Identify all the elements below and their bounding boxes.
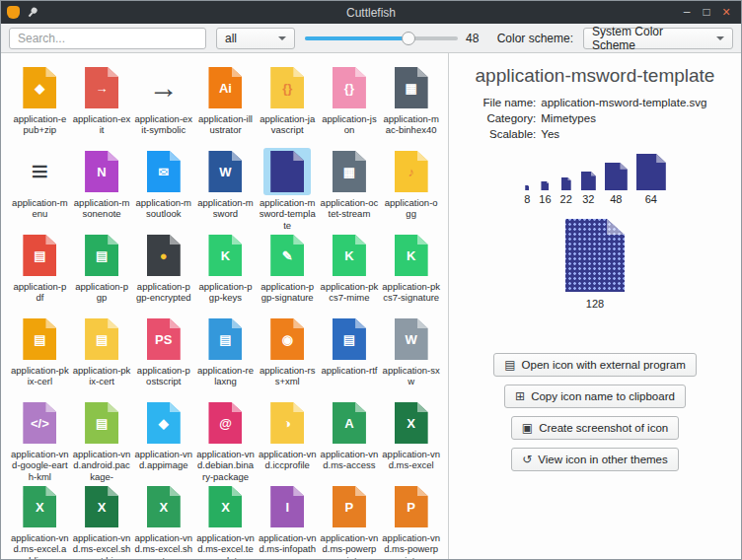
icon-label: application-javascript bbox=[257, 113, 319, 136]
mimetype-icon: ✉ bbox=[140, 148, 187, 195]
mimetype-glyph: W bbox=[219, 165, 231, 179]
mimetype-glyph: ♪ bbox=[408, 165, 414, 179]
icon-grid-item[interactable]: ● application-pgp-encrypted bbox=[132, 229, 194, 313]
icon-grid-item[interactable]: ▤ application-relaxng bbox=[194, 313, 257, 396]
screenshot-button[interactable]: ▣Create screenshot of icon bbox=[511, 416, 679, 440]
category-filter-value: all bbox=[225, 32, 237, 45]
view-themes-button[interactable]: ↺View icon in other themes bbox=[511, 448, 679, 471]
icon-grid-item[interactable]: ✎ application-pgp-signature bbox=[257, 229, 319, 313]
icon-label: application-vnd.ms-excel.sheet.m bbox=[132, 532, 194, 559]
icon-grid-item[interactable]: ▤ application-rtf bbox=[319, 313, 381, 396]
icon-grid-item[interactable]: ▤ application-pkix-cert bbox=[71, 313, 133, 396]
icon-grid-item[interactable]: ▤ application-pdf bbox=[9, 229, 71, 313]
search-input[interactable] bbox=[9, 28, 206, 49]
action-buttons: ▤Open icon with external program⊞Copy ic… bbox=[493, 353, 697, 471]
icon-grid-item[interactable]: Ai application-illustrator bbox=[194, 61, 257, 145]
copy-name-button[interactable]: ⊞Copy icon name to clipboard bbox=[504, 385, 686, 408]
icon-grid-item[interactable]: K application-pkcs7-mime bbox=[319, 229, 381, 313]
slider-track[interactable] bbox=[305, 36, 458, 40]
mimetype-glyph: ▦ bbox=[405, 81, 416, 96]
icon-grid-item[interactable]: ✉ application-msoutlook bbox=[132, 145, 194, 229]
minimize-button[interactable]: – bbox=[678, 1, 696, 24]
mimetype-icon: X bbox=[388, 399, 435, 447]
mimetype-glyph: K bbox=[407, 248, 415, 263]
mimetype-doc-shape: ◆ bbox=[147, 402, 181, 444]
mimetype-glyph: ▤ bbox=[34, 248, 45, 263]
icon-grid-item[interactable]: X application-vnd.ms-excel bbox=[380, 396, 442, 480]
icon-size-slider[interactable] bbox=[305, 28, 458, 49]
icon-grid-item[interactable]: {} application-json bbox=[319, 61, 381, 145]
mimetype-icon: X bbox=[78, 483, 125, 530]
icon-grid-item[interactable]: ≡ application-menu bbox=[9, 145, 71, 229]
slider-handle[interactable] bbox=[402, 32, 415, 45]
icon-grid-item[interactable]: W application-msword bbox=[194, 145, 257, 229]
mimetype-icon: {} bbox=[326, 64, 373, 111]
size-label: 16 bbox=[539, 193, 551, 205]
icon-grid-item[interactable]: ▤ application-vnd.android.package- bbox=[71, 396, 133, 480]
mimetype-glyph: Ai bbox=[219, 81, 232, 96]
icon-grid-item[interactable]: X application-vnd.ms-excel.templat bbox=[194, 480, 257, 559]
mimetype-doc-shape: I bbox=[270, 486, 304, 527]
mimetype-icon: ▤ bbox=[78, 315, 125, 363]
color-scheme-label: Color scheme: bbox=[497, 32, 573, 45]
detail-field-value: Yes bbox=[541, 128, 706, 140]
icon-grid-item[interactable]: ♪ application-ogg bbox=[380, 145, 442, 229]
icon-grid-item[interactable]: ▤ application-pgp bbox=[71, 229, 133, 313]
size-label: 8 bbox=[524, 193, 530, 205]
category-filter-dropdown[interactable]: all bbox=[216, 28, 295, 49]
icon-grid-item[interactable]: </> application-vnd-google-earth-kml bbox=[9, 396, 71, 480]
icon-label: application-mac-binhex40 bbox=[380, 113, 442, 136]
maximize-button[interactable]: □ bbox=[698, 1, 715, 24]
icon-grid-item[interactable]: ◆ application-vnd.appimage bbox=[132, 396, 194, 480]
icon-preview-22: 22 bbox=[560, 177, 572, 205]
mimetype-glyph: P bbox=[407, 500, 415, 515]
color-scheme-dropdown[interactable]: System Color Scheme bbox=[583, 28, 733, 49]
icon-grid-item[interactable]: N application-msonenote bbox=[71, 145, 133, 229]
icon-label: application-illustrator bbox=[194, 113, 257, 136]
icon-grid-item[interactable]: → application-exit-symbolic bbox=[132, 61, 194, 145]
icon-grid-item[interactable]: K application-pkcs7-signature bbox=[380, 229, 442, 313]
open-external-button[interactable]: ▤Open icon with external program bbox=[493, 353, 697, 377]
action-button-label: Create screenshot of icon bbox=[539, 422, 668, 434]
icon-grid-item[interactable]: @ application-vnd.debian.binary-package bbox=[194, 396, 257, 480]
chevron-down-icon bbox=[278, 36, 286, 40]
icon-label: application-exit bbox=[71, 113, 133, 136]
icon-grid-item[interactable]: I application-vnd.ms-infopath bbox=[257, 480, 319, 559]
icon-grid-item[interactable]: PS application-postscript bbox=[132, 313, 194, 396]
icon-label: application-ogg bbox=[380, 197, 442, 220]
icon-grid-item[interactable]: ▦ application-octet-stream bbox=[319, 145, 381, 229]
icon-grid-item[interactable]: → application-exit bbox=[71, 61, 133, 145]
icon-grid-item[interactable]: ◆ application-epub+zip bbox=[9, 61, 71, 145]
icon-grid-item[interactable]: A application-vnd.ms-access bbox=[319, 396, 381, 480]
icon-grid-item[interactable]: X application-vnd.ms-excel.sheet.m bbox=[132, 480, 194, 559]
mimetype-glyph: ▦ bbox=[343, 165, 355, 179]
mini-icon-preview bbox=[525, 185, 529, 190]
close-button[interactable]: × bbox=[717, 1, 735, 24]
action-button-label: Copy icon name to clipboard bbox=[531, 390, 675, 402]
icon-grid-item[interactable]: X application-vnd.ms-excel.addin.m bbox=[9, 480, 71, 559]
icon-label: application-vnd.ms-excel.sheet.bi bbox=[71, 532, 133, 559]
icon-grid-item[interactable]: ◉ application-rss+xml bbox=[257, 313, 319, 396]
pin-icon[interactable] bbox=[24, 4, 41, 22]
icon-grid: ◆ application-epub+zip → application-exi… bbox=[1, 53, 449, 559]
mimetype-doc-shape: ● bbox=[147, 235, 181, 276]
icon-grid-item[interactable]: W application-sxw bbox=[380, 313, 442, 396]
icon-grid-item[interactable]: ◑ application-vnd.iccprofile bbox=[257, 396, 319, 480]
icon-grid-item[interactable]: {} application-javascript bbox=[257, 61, 319, 145]
icon-grid-item[interactable]: application-msword-template bbox=[257, 145, 319, 229]
mimetype-doc-shape: W bbox=[395, 318, 428, 360]
icon-grid-item[interactable]: ▦ application-mac-binhex40 bbox=[380, 61, 442, 145]
icon-grid-item[interactable]: P application-vnd.ms-powerpoint.a bbox=[380, 480, 442, 559]
mimetype-icon: @ bbox=[201, 399, 249, 447]
icon-label: application-vnd.ms-powerpoint bbox=[319, 532, 381, 559]
icon-grid-item[interactable]: ▤ application-pkix-cerl bbox=[9, 313, 71, 396]
icon-grid-item[interactable]: K application-pgp-keys bbox=[194, 229, 257, 313]
icon-grid-item[interactable]: P application-vnd.ms-powerpoint bbox=[319, 480, 381, 559]
mimetype-icon: ● bbox=[140, 232, 187, 279]
icon-grid-item[interactable]: X application-vnd.ms-excel.sheet.bi bbox=[71, 480, 133, 559]
mimetype-doc-shape: ▤ bbox=[23, 235, 56, 276]
titlebar[interactable]: Cuttlefish – □ × bbox=[1, 1, 741, 24]
mimetype-doc-shape: K bbox=[208, 235, 242, 276]
mimetype-doc-shape: A bbox=[333, 402, 366, 444]
mimetype-doc-shape: PS bbox=[147, 318, 181, 360]
